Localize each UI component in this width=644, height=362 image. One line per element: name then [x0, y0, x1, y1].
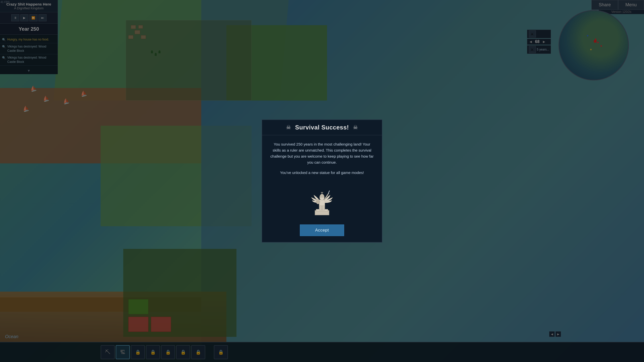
statue-svg [307, 180, 337, 217]
modal-unlock-text: You've unlocked a new statue for all gam… [269, 170, 375, 175]
survival-success-modal: ☠ Survival Success! ☠ You survived 250 y… [262, 119, 382, 243]
modal-overlay: ☠ Survival Success! ☠ You survived 250 y… [0, 0, 644, 362]
modal-title: Survival Success! [295, 124, 349, 131]
statue-container [269, 180, 375, 217]
accept-button[interactable]: Accept [300, 224, 344, 236]
skull-right-icon: ☠ [353, 124, 358, 131]
svg-rect-1 [316, 209, 328, 211]
modal-body: You survived 250 years in the most chall… [262, 135, 382, 242]
svg-rect-3 [320, 206, 322, 210]
svg-rect-4 [322, 206, 324, 210]
modal-description: You survived 250 years in the most chall… [269, 141, 375, 165]
skull-left-icon: ☠ [286, 124, 291, 131]
modal-header: ☠ Survival Success! ☠ [262, 120, 382, 135]
